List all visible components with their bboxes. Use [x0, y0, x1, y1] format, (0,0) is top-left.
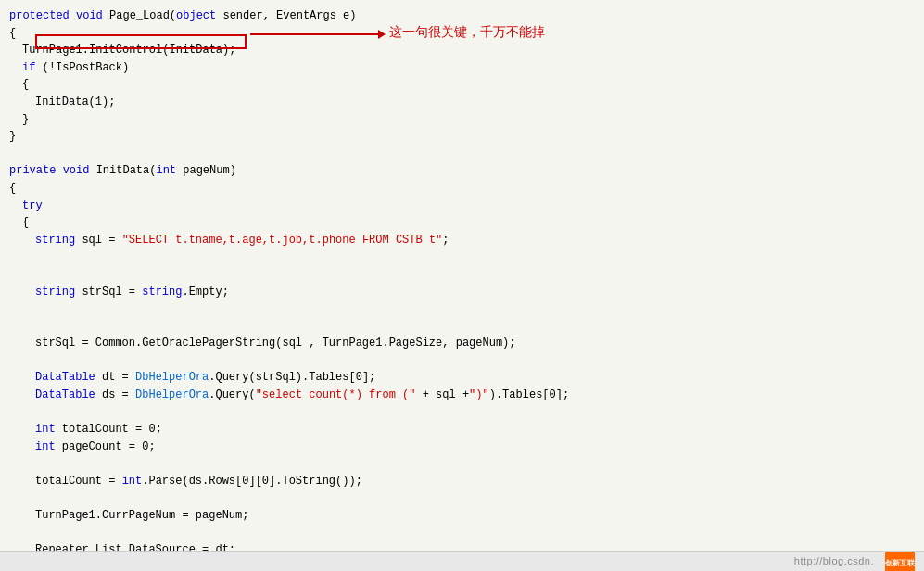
- code-line-10: {: [9, 180, 915, 197]
- code-line-blank3: [9, 266, 915, 284]
- svg-text:创新互联: 创新互联: [885, 558, 915, 567]
- code-line-blank6: [9, 352, 915, 370]
- code-line-18: int totalCount = 0;: [9, 421, 915, 438]
- code-line-20: totalCount = int.Parse(ds.Rows[0][0].ToS…: [9, 473, 915, 490]
- code-line-blank1: [9, 146, 915, 163]
- logo-area: 创新互联: [885, 552, 915, 572]
- code-line-13: string sql = "SELECT t.tname,t.age,t.job…: [9, 232, 915, 249]
- code-line-blank9: [9, 490, 915, 508]
- logo-icon: 创新互联: [885, 552, 915, 572]
- code-line-15: strSql = Common.GetOraclePagerString(sql…: [9, 335, 915, 352]
- code-line-11: try: [9, 197, 915, 215]
- code-line-19: int pageCount = 0;: [9, 438, 915, 456]
- code-line-blank4: [9, 300, 915, 318]
- code-line-3: TurnPage1.InitControl(InitData);: [9, 42, 915, 59]
- code-line-14: string strSql = string.Empty;: [9, 284, 915, 301]
- code-line-5: {: [9, 76, 915, 94]
- code-line-8: }: [9, 128, 915, 146]
- code-line-blank10: [9, 525, 915, 542]
- code-line-12: {: [9, 214, 915, 232]
- footer-bar: http://blog.csdn. 创新互联: [0, 551, 924, 571]
- code-line-2: {: [9, 25, 915, 43]
- code-line-blank5: [9, 318, 915, 336]
- code-line-21: TurnPage1.CurrPageNum = pageNum;: [9, 507, 915, 525]
- code-line-9: private void InitData(int pageNum): [9, 162, 915, 180]
- code-line-1: protected void Page_Load(object sender, …: [9, 7, 915, 25]
- code-line-blank2: [9, 248, 915, 266]
- code-line-16: DataTable dt = DbHelperOra.Query(strSql)…: [9, 369, 915, 387]
- footer-url: http://blog.csdn.: [794, 553, 874, 569]
- code-line-17: DataTable ds = DbHelperOra.Query("select…: [9, 387, 915, 404]
- code-line-blank7: [9, 404, 915, 422]
- code-container: protected void Page_Load(object sender, …: [0, 0, 924, 571]
- code-line-4: if (!IsPostBack): [9, 59, 915, 77]
- code-line-blank8: [9, 455, 915, 473]
- code-line-7: }: [9, 111, 915, 129]
- code-line-6: InitData(1);: [9, 94, 915, 111]
